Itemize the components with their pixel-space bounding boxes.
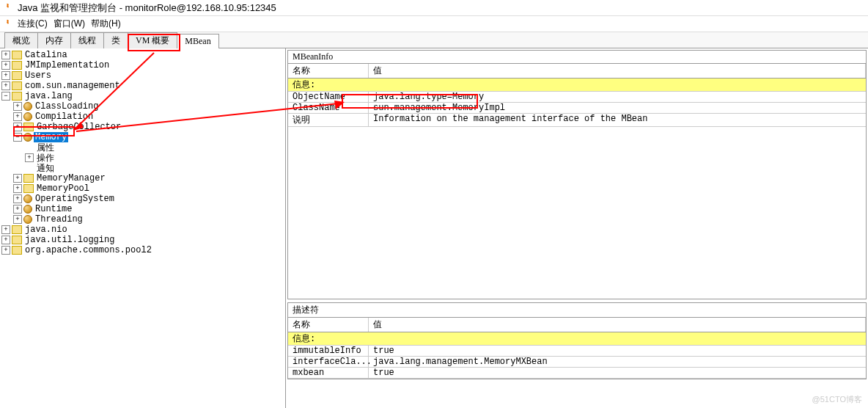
tab-classes[interactable]: 类	[103, 32, 128, 48]
cell-value: sun.management.MemoryImpl	[369, 103, 866, 113]
cell-key: immutableInfo	[288, 346, 369, 356]
expander-icon[interactable]: +	[1, 51, 10, 59]
cell-key: 说明	[288, 114, 369, 126]
menu-connect[interactable]: 连接(C)	[18, 18, 48, 30]
tree-item[interactable]: Threading	[34, 214, 84, 225]
panel-title: MBeanInfo	[288, 51, 866, 64]
cell-key: ClassName	[288, 103, 369, 113]
expander-icon[interactable]: −	[1, 92, 10, 101]
expander-icon[interactable]: +	[1, 71, 10, 80]
tree-item[interactable]: java.lang	[23, 91, 74, 101]
tree-item[interactable]: java.util.logging	[23, 235, 116, 245]
folder-icon	[23, 123, 34, 131]
folder-icon	[23, 184, 34, 193]
folder-icon	[12, 71, 22, 80]
tree-item[interactable]: JMImplementation	[23, 60, 111, 70]
expander-icon[interactable]: +	[1, 61, 10, 70]
detail-pane: MBeanInfo 名称 值 信息: ObjectNamejava.lang:t…	[286, 48, 868, 408]
expander-icon[interactable]: +	[25, 153, 34, 162]
menu-window[interactable]: 窗口(W)	[54, 18, 85, 30]
tree-item[interactable]: Catalina	[23, 50, 69, 60]
folder-icon	[12, 81, 22, 90]
cell-value: Information on the management interface …	[369, 114, 866, 126]
tree-item[interactable]: OperatingSystem	[34, 194, 116, 204]
watermark: @51CTO博客	[812, 394, 862, 405]
bean-icon	[23, 112, 32, 121]
bean-icon	[23, 102, 32, 111]
expander-icon[interactable]: +	[1, 225, 10, 234]
tree-item[interactable]: org.apache.commons.pool2	[23, 245, 153, 255]
tabbar: 概览 内存 线程 类 VM 概要 MBean	[0, 32, 868, 48]
expander-icon[interactable]: +	[1, 246, 10, 255]
bean-icon	[23, 215, 32, 224]
java-icon	[3, 18, 15, 30]
tree-item[interactable]: 通知	[35, 162, 56, 175]
menu-help[interactable]: 帮助(H)	[91, 18, 121, 30]
tab-vm[interactable]: VM 概要	[128, 32, 177, 48]
folder-icon	[12, 225, 22, 234]
expander-icon[interactable]: +	[13, 123, 22, 131]
col-value[interactable]: 值	[369, 318, 866, 332]
tree-item[interactable]: Compilation	[34, 112, 95, 122]
menubar: 连接(C) 窗口(W) 帮助(H)	[0, 16, 868, 32]
folder-icon	[12, 61, 22, 70]
tab-threads[interactable]: 线程	[70, 32, 104, 48]
expander-icon[interactable]: +	[1, 236, 10, 244]
tab-mbean[interactable]: MBean	[177, 34, 218, 48]
cell-key: mxbean	[288, 368, 369, 378]
expander-icon[interactable]: +	[13, 174, 22, 183]
tree-item[interactable]: MemoryManager	[35, 173, 107, 183]
titlebar: Java 监视和管理控制台 - monitorRole@192.168.10.9…	[0, 0, 868, 16]
java-icon	[3, 2, 15, 14]
panel-title: 描述符	[288, 303, 866, 318]
tree-item[interactable]: MemoryPool	[35, 183, 91, 194]
tree-item[interactable]: java.nio	[23, 225, 69, 235]
cell-value: java.lang.management.MemoryMXBean	[369, 357, 866, 367]
folder-icon	[12, 246, 22, 255]
col-name[interactable]: 名称	[288, 318, 369, 332]
expander-icon[interactable]: +	[1, 81, 10, 90]
section-header: 信息:	[288, 79, 866, 92]
tree-item[interactable]: Runtime	[34, 204, 73, 214]
tree-item[interactable]: GarbageCollector	[35, 122, 122, 132]
cell-value: true	[369, 346, 866, 356]
col-value[interactable]: 值	[369, 64, 866, 78]
tab-overview[interactable]: 概览	[4, 32, 38, 48]
expander-icon[interactable]: +	[13, 194, 22, 203]
bean-icon	[23, 205, 32, 214]
cell-value: java.lang:type=Memory	[369, 92, 866, 102]
expander-icon[interactable]: −	[13, 133, 22, 142]
cell-key: interfaceCla...	[288, 357, 369, 367]
cell-key: ObjectName	[288, 92, 369, 102]
bean-icon	[23, 194, 32, 203]
main-area: +Catalina +JMImplementation +Users +com.…	[0, 48, 868, 408]
tree-item[interactable]: ClassLoading	[34, 101, 100, 112]
tree-item[interactable]: com.sun.management	[23, 81, 122, 91]
section-header: 信息:	[288, 332, 866, 346]
cell-value: true	[369, 368, 866, 378]
folder-icon	[12, 236, 22, 244]
expander-icon[interactable]: +	[13, 102, 22, 111]
mbeaninfo-panel: MBeanInfo 名称 值 信息: ObjectNamejava.lang:t…	[287, 50, 867, 299]
col-name[interactable]: 名称	[288, 64, 369, 78]
expander-icon[interactable]: +	[13, 184, 22, 193]
expander-icon[interactable]: +	[13, 112, 22, 121]
expander-icon[interactable]: +	[13, 215, 22, 224]
descriptor-panel: 描述符 名称 值 信息: immutableInfotrue interface…	[287, 302, 867, 379]
folder-icon	[23, 174, 34, 183]
mbean-tree[interactable]: +Catalina +JMImplementation +Users +com.…	[0, 48, 286, 408]
bean-icon	[23, 133, 32, 142]
window-title: Java 监视和管理控制台 - monitorRole@192.168.10.9…	[18, 1, 276, 15]
tree-item[interactable]: Users	[23, 70, 53, 81]
folder-icon	[12, 92, 22, 101]
expander-icon[interactable]: +	[13, 205, 22, 214]
folder-icon	[12, 51, 22, 59]
tab-memory[interactable]: 内存	[37, 32, 71, 48]
